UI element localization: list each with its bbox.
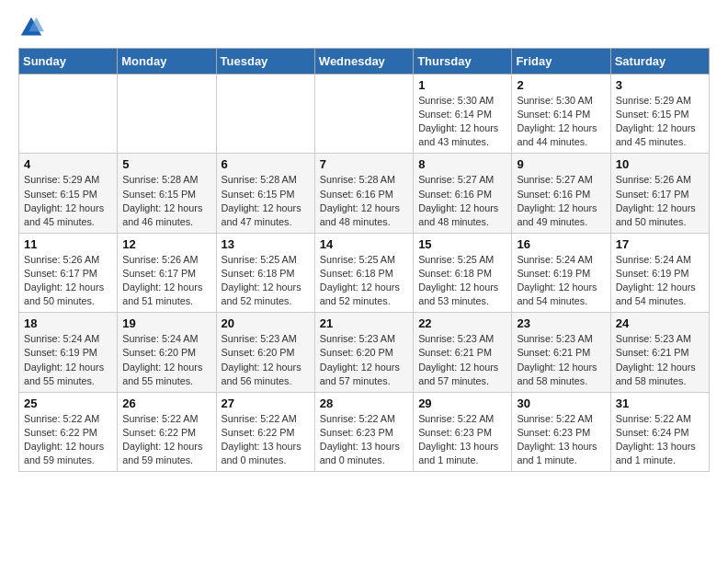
- weekday-wednesday: Wednesday: [314, 49, 413, 75]
- calendar-cell: 9Sunrise: 5:27 AM Sunset: 6:16 PM Daylig…: [512, 154, 610, 233]
- calendar-week-3: 11Sunrise: 5:26 AM Sunset: 6:17 PM Dayli…: [19, 233, 710, 312]
- calendar-cell: 21Sunrise: 5:23 AM Sunset: 6:20 PM Dayli…: [314, 313, 413, 392]
- header: [18, 15, 710, 40]
- day-info: Sunrise: 5:22 AM Sunset: 6:22 PM Dayligh…: [222, 412, 310, 467]
- day-info: Sunrise: 5:28 AM Sunset: 6:16 PM Dayligh…: [320, 173, 408, 228]
- day-info: Sunrise: 5:24 AM Sunset: 6:20 PM Dayligh…: [122, 332, 210, 387]
- weekday-header-row: SundayMondayTuesdayWednesdayThursdayFrid…: [19, 49, 710, 75]
- calendar-cell: 24Sunrise: 5:23 AM Sunset: 6:21 PM Dayli…: [610, 313, 709, 392]
- calendar-cell: 30Sunrise: 5:22 AM Sunset: 6:23 PM Dayli…: [512, 392, 610, 471]
- calendar-cell: 27Sunrise: 5:22 AM Sunset: 6:22 PM Dayli…: [216, 392, 314, 471]
- day-info: Sunrise: 5:24 AM Sunset: 6:19 PM Dayligh…: [517, 253, 605, 308]
- calendar-cell: 23Sunrise: 5:23 AM Sunset: 6:21 PM Dayli…: [512, 313, 610, 392]
- day-number: 22: [418, 316, 506, 330]
- day-info: Sunrise: 5:23 AM Sunset: 6:20 PM Dayligh…: [320, 332, 408, 387]
- day-number: 26: [122, 396, 210, 410]
- day-number: 15: [418, 237, 506, 251]
- day-info: Sunrise: 5:28 AM Sunset: 6:15 PM Dayligh…: [122, 173, 210, 228]
- calendar-week-5: 25Sunrise: 5:22 AM Sunset: 6:22 PM Dayli…: [19, 392, 710, 471]
- day-info: Sunrise: 5:26 AM Sunset: 6:17 PM Dayligh…: [122, 253, 210, 308]
- day-info: Sunrise: 5:22 AM Sunset: 6:23 PM Dayligh…: [418, 412, 506, 467]
- calendar-cell: [314, 75, 413, 154]
- day-info: Sunrise: 5:29 AM Sunset: 6:15 PM Dayligh…: [616, 94, 704, 149]
- calendar-cell: 17Sunrise: 5:24 AM Sunset: 6:19 PM Dayli…: [610, 233, 709, 312]
- calendar-cell: 26Sunrise: 5:22 AM Sunset: 6:22 PM Dayli…: [118, 392, 216, 471]
- day-number: 10: [616, 157, 704, 171]
- day-info: Sunrise: 5:29 AM Sunset: 6:15 PM Dayligh…: [24, 173, 112, 228]
- calendar-cell: 8Sunrise: 5:27 AM Sunset: 6:16 PM Daylig…: [414, 154, 512, 233]
- calendar-cell: 5Sunrise: 5:28 AM Sunset: 6:15 PM Daylig…: [118, 154, 216, 233]
- day-number: 27: [222, 396, 310, 410]
- calendar-body: 1Sunrise: 5:30 AM Sunset: 6:14 PM Daylig…: [19, 75, 710, 472]
- day-number: 12: [122, 237, 210, 251]
- weekday-thursday: Thursday: [414, 49, 512, 75]
- day-number: 3: [616, 78, 704, 92]
- calendar-cell: 10Sunrise: 5:26 AM Sunset: 6:17 PM Dayli…: [610, 154, 709, 233]
- weekday-sunday: Sunday: [19, 49, 118, 75]
- day-info: Sunrise: 5:22 AM Sunset: 6:23 PM Dayligh…: [517, 412, 605, 467]
- day-info: Sunrise: 5:23 AM Sunset: 6:21 PM Dayligh…: [616, 332, 704, 387]
- calendar-cell: 6Sunrise: 5:28 AM Sunset: 6:15 PM Daylig…: [216, 154, 314, 233]
- day-number: 31: [616, 396, 704, 410]
- calendar-cell: 4Sunrise: 5:29 AM Sunset: 6:15 PM Daylig…: [19, 154, 118, 233]
- day-number: 8: [418, 157, 506, 171]
- day-number: 5: [122, 157, 210, 171]
- day-number: 6: [222, 157, 310, 171]
- calendar-cell: 2Sunrise: 5:30 AM Sunset: 6:14 PM Daylig…: [512, 75, 610, 154]
- day-info: Sunrise: 5:27 AM Sunset: 6:16 PM Dayligh…: [418, 173, 506, 228]
- calendar-cell: 1Sunrise: 5:30 AM Sunset: 6:14 PM Daylig…: [414, 75, 512, 154]
- weekday-saturday: Saturday: [610, 49, 709, 75]
- day-number: 23: [517, 316, 605, 330]
- calendar-cell: 19Sunrise: 5:24 AM Sunset: 6:20 PM Dayli…: [118, 313, 216, 392]
- day-number: 13: [222, 237, 310, 251]
- day-number: 25: [24, 396, 112, 410]
- calendar-cell: 12Sunrise: 5:26 AM Sunset: 6:17 PM Dayli…: [118, 233, 216, 312]
- day-number: 11: [24, 237, 112, 251]
- day-number: 16: [517, 237, 605, 251]
- day-info: Sunrise: 5:24 AM Sunset: 6:19 PM Dayligh…: [24, 332, 112, 387]
- day-info: Sunrise: 5:24 AM Sunset: 6:19 PM Dayligh…: [616, 253, 704, 308]
- calendar-cell: 16Sunrise: 5:24 AM Sunset: 6:19 PM Dayli…: [512, 233, 610, 312]
- calendar-cell: [19, 75, 118, 154]
- calendar-cell: 25Sunrise: 5:22 AM Sunset: 6:22 PM Dayli…: [19, 392, 118, 471]
- logo-icon: [18, 15, 44, 40]
- day-number: 21: [320, 316, 408, 330]
- day-number: 29: [418, 396, 506, 410]
- day-number: 19: [122, 316, 210, 330]
- day-number: 9: [517, 157, 605, 171]
- calendar-cell: 20Sunrise: 5:23 AM Sunset: 6:20 PM Dayli…: [216, 313, 314, 392]
- calendar-cell: 15Sunrise: 5:25 AM Sunset: 6:18 PM Dayli…: [414, 233, 512, 312]
- calendar-header: SundayMondayTuesdayWednesdayThursdayFrid…: [19, 49, 710, 75]
- page-container: SundayMondayTuesdayWednesdayThursdayFrid…: [0, 0, 728, 481]
- day-info: Sunrise: 5:26 AM Sunset: 6:17 PM Dayligh…: [616, 173, 704, 228]
- calendar-table: SundayMondayTuesdayWednesdayThursdayFrid…: [18, 48, 710, 472]
- weekday-friday: Friday: [512, 49, 610, 75]
- calendar-cell: [118, 75, 216, 154]
- day-info: Sunrise: 5:25 AM Sunset: 6:18 PM Dayligh…: [320, 253, 408, 308]
- logo: [18, 15, 48, 40]
- day-number: 2: [517, 78, 605, 92]
- calendar-week-1: 1Sunrise: 5:30 AM Sunset: 6:14 PM Daylig…: [19, 75, 710, 154]
- day-number: 30: [517, 396, 605, 410]
- day-info: Sunrise: 5:30 AM Sunset: 6:14 PM Dayligh…: [517, 94, 605, 149]
- calendar-cell: 18Sunrise: 5:24 AM Sunset: 6:19 PM Dayli…: [19, 313, 118, 392]
- day-info: Sunrise: 5:23 AM Sunset: 6:20 PM Dayligh…: [222, 332, 310, 387]
- day-info: Sunrise: 5:25 AM Sunset: 6:18 PM Dayligh…: [418, 253, 506, 308]
- calendar-cell: [216, 75, 314, 154]
- calendar-cell: 31Sunrise: 5:22 AM Sunset: 6:24 PM Dayli…: [610, 392, 709, 471]
- day-info: Sunrise: 5:23 AM Sunset: 6:21 PM Dayligh…: [418, 332, 506, 387]
- day-info: Sunrise: 5:23 AM Sunset: 6:21 PM Dayligh…: [517, 332, 605, 387]
- calendar-cell: 11Sunrise: 5:26 AM Sunset: 6:17 PM Dayli…: [19, 233, 118, 312]
- day-number: 7: [320, 157, 408, 171]
- calendar-cell: 14Sunrise: 5:25 AM Sunset: 6:18 PM Dayli…: [314, 233, 413, 312]
- day-number: 28: [320, 396, 408, 410]
- day-number: 1: [418, 78, 506, 92]
- day-number: 18: [24, 316, 112, 330]
- day-info: Sunrise: 5:26 AM Sunset: 6:17 PM Dayligh…: [24, 253, 112, 308]
- day-info: Sunrise: 5:22 AM Sunset: 6:22 PM Dayligh…: [122, 412, 210, 467]
- day-number: 4: [24, 157, 112, 171]
- calendar-cell: 7Sunrise: 5:28 AM Sunset: 6:16 PM Daylig…: [314, 154, 413, 233]
- day-number: 20: [222, 316, 310, 330]
- calendar-cell: 28Sunrise: 5:22 AM Sunset: 6:23 PM Dayli…: [314, 392, 413, 471]
- day-info: Sunrise: 5:25 AM Sunset: 6:18 PM Dayligh…: [222, 253, 310, 308]
